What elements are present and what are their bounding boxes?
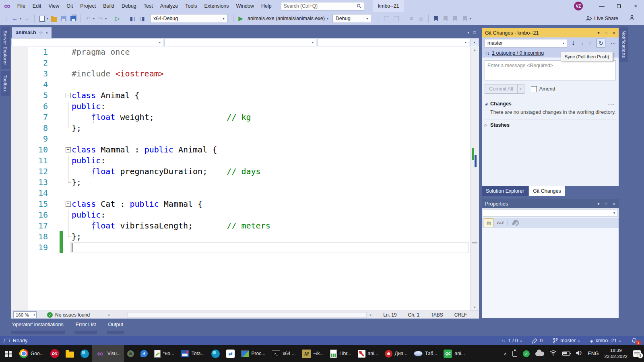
column-indicator[interactable]: Ch: 1 — [408, 312, 420, 318]
fold-margin[interactable] — [64, 210, 72, 220]
stashes-section-header[interactable]: ▷ Stashes — [485, 120, 616, 130]
fold-margin[interactable] — [64, 220, 72, 231]
window-menu-icon[interactable]: ▾ — [598, 31, 600, 35]
scroll-down-icon[interactable]: ▼ — [471, 304, 479, 311]
show-hidden-icons[interactable]: ∧ — [504, 351, 507, 356]
code-line[interactable]: 13}; — [11, 177, 470, 188]
window-switch-button[interactable]: ◨ — [138, 14, 146, 23]
fold-margin[interactable] — [64, 134, 72, 144]
code-line[interactable]: 7 float weight; // kg — [11, 112, 470, 123]
back-dropdown-icon[interactable]: ▾ — [20, 17, 21, 21]
member-dropdown[interactable]: ▾ — [317, 38, 469, 46]
expanded-icon[interactable]: ◢ — [485, 102, 490, 106]
zoom-dropdown[interactable]: 160 % ▾ — [13, 311, 37, 318]
taskbar-item-term[interactable]: x64 ... — [268, 345, 299, 362]
code-line[interactable]: 5−class Animal { — [11, 90, 470, 101]
fold-margin[interactable] — [64, 177, 72, 188]
taskbar-item-bug[interactable] — [124, 345, 137, 362]
menu-git[interactable]: Git — [63, 0, 76, 12]
navigate-forward-button[interactable]: → — [23, 14, 31, 23]
panel-tab-solution-explorer[interactable]: Solution Explorer — [482, 186, 528, 196]
new-project-button[interactable] — [38, 14, 46, 23]
redo-dropdown-icon[interactable]: ▾ — [105, 17, 107, 21]
close-tab-icon[interactable]: × — [45, 30, 48, 35]
unpushed-edits-button[interactable]: 0 — [532, 338, 543, 343]
menu-extensions[interactable]: Extensions — [200, 0, 232, 12]
minimize-button[interactable]: — — [593, 0, 610, 12]
code-line[interactable]: 10−class Mammal : public Animal { — [11, 144, 470, 155]
type-dropdown[interactable]: ▾ — [164, 38, 316, 46]
fold-margin[interactable] — [64, 155, 72, 166]
close-button[interactable]: × — [627, 0, 644, 12]
undo-dropdown-icon[interactable]: ▾ — [93, 17, 95, 21]
fold-margin[interactable]: − — [64, 90, 72, 101]
taskbar-item-qc[interactable]: ani... — [440, 345, 468, 362]
properties-wrench-icon[interactable] — [511, 220, 517, 226]
security-check-icon[interactable]: ✓ — [523, 350, 530, 357]
git-changes-header[interactable]: Git Changes - kmbo--21 ▾ ⊹ × — [482, 28, 619, 37]
fetch-icon[interactable]: ⇣ — [571, 40, 576, 46]
code-line[interactable]: 15−class Cat : public Mammal { — [11, 199, 470, 210]
menu-view[interactable]: View — [45, 0, 63, 12]
sync-status-button[interactable]: ↑↓ 1 / 0 ▴ — [502, 338, 522, 343]
fold-margin[interactable] — [64, 47, 72, 58]
scroll-up-icon[interactable]: ▲ — [471, 47, 479, 53]
code-line[interactable]: 19 — [11, 242, 470, 253]
tabs-indicator[interactable]: TABS — [431, 312, 443, 318]
prev-bookmark-icon[interactable] — [444, 16, 448, 21]
browse-code-button[interactable]: ◧ — [128, 14, 136, 23]
fold-margin[interactable] — [64, 231, 72, 242]
fold-margin[interactable] — [64, 112, 72, 123]
new-dropdown-icon[interactable]: ▾ — [47, 17, 48, 21]
code-line[interactable]: 16public: — [11, 210, 470, 220]
health-check-icon[interactable]: ✓ — [47, 312, 53, 318]
changes-more-icon[interactable]: ⋯ — [608, 100, 614, 108]
taskbar-item-teal[interactable] — [77, 345, 92, 362]
branch-button[interactable]: master ▴ — [553, 338, 580, 343]
code-line[interactable]: 2 — [11, 58, 470, 68]
taskbar-item-folder[interactable] — [62, 345, 77, 362]
bookmark-icon[interactable] — [434, 16, 438, 21]
project-dropdown[interactable]: ▾ — [11, 38, 163, 46]
menu-window[interactable]: Window — [233, 0, 258, 12]
code-line[interactable]: 1#pragma once — [11, 47, 470, 58]
taskbar-item-start[interactable] — [0, 345, 16, 362]
scroll-right-icon[interactable]: ▸ — [370, 313, 372, 317]
search-input[interactable]: Search (Ctrl+Q) — [281, 2, 364, 10]
taskbar-item-teal[interactable] — [208, 345, 223, 362]
taskbar-item-mc[interactable]: ~/k... — [299, 345, 327, 362]
commit-message-input[interactable]: Enter a message <Required> — [485, 60, 616, 80]
fold-margin[interactable]: − — [64, 144, 72, 155]
start-debugging-button[interactable]: ▶ — [237, 14, 245, 23]
volume-icon[interactable] — [576, 350, 582, 357]
close-icon[interactable]: × — [613, 201, 615, 207]
taskbar-item-dia[interactable]: Диа... — [382, 345, 411, 362]
taskbar-item-proc[interactable]: Proc... — [238, 345, 269, 362]
redo-button[interactable]: ↷ — [96, 14, 104, 23]
code-line[interactable]: 3#include <iostream> — [11, 68, 470, 79]
amend-checkbox[interactable] — [531, 86, 537, 92]
menu-debug[interactable]: Debug — [118, 0, 140, 12]
changes-section-header[interactable]: ◢ Changes ⋯ — [485, 99, 616, 109]
restore-button[interactable] — [610, 0, 627, 12]
next-bookmark-icon[interactable] — [453, 16, 457, 21]
pull-icon[interactable]: ↓ — [581, 40, 584, 46]
clock[interactable]: 18:3923.02.2022 — [604, 348, 627, 360]
panel-tab-git-changes[interactable]: Git Changes — [529, 186, 565, 196]
bottom-tab-output[interactable]: Output — [107, 319, 124, 336]
feedback-button[interactable] — [629, 15, 635, 22]
menu-analyze[interactable]: Analyze — [157, 0, 182, 12]
object-dropdown[interactable]: ▾ — [483, 209, 618, 217]
fold-margin[interactable]: − — [64, 199, 72, 210]
indent-decrease-button[interactable]: ≡ — [407, 14, 415, 23]
taskbar-item-teamviewer[interactable] — [223, 345, 238, 362]
usb-icon[interactable] — [512, 351, 517, 357]
taskbar-item-calc[interactable]: Libr... — [327, 345, 354, 362]
close-icon[interactable]: × — [613, 30, 615, 36]
taskbar-item-redman[interactable]: ani... — [355, 345, 382, 362]
run-target-label[interactable]: animals.exe (animals\animals.exe) — [248, 16, 325, 21]
horizontal-scrollbar[interactable] — [127, 312, 367, 318]
code-line[interactable]: 12 float pregnancyDuration; // days — [11, 166, 470, 177]
side-tab-notifications[interactable]: Notifications — [619, 27, 628, 62]
taskbar-item-dx[interactable] — [47, 345, 62, 362]
